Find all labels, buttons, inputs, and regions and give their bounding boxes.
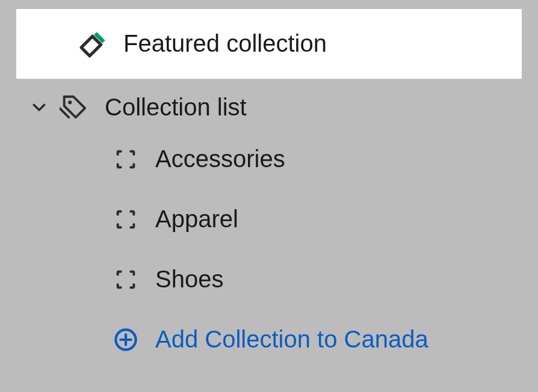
- tag-icon: [59, 93, 88, 121]
- block-icon: [113, 267, 138, 292]
- block-icon: [113, 207, 138, 232]
- collection-item-label: Apparel: [155, 206, 238, 233]
- featured-collection-row[interactable]: Featured collection: [16, 9, 522, 79]
- collection-item-label: Accessories: [155, 145, 285, 173]
- collection-item-label: Shoes: [155, 266, 223, 293]
- collection-item-shoes[interactable]: Shoes: [0, 266, 538, 326]
- collection-list-row[interactable]: Collection list: [0, 79, 538, 121]
- svg-point-0: [68, 100, 72, 104]
- plus-circle-icon: [113, 327, 138, 352]
- add-collection-row[interactable]: Add Collection to Canada: [0, 326, 538, 353]
- collection-list-children: Accessories Apparel Shoes Add Collection…: [0, 121, 538, 353]
- brush-icon: [76, 26, 111, 61]
- block-icon: [113, 147, 138, 172]
- collection-list-label: Collection list: [105, 94, 247, 121]
- collection-item-apparel[interactable]: Apparel: [0, 206, 538, 266]
- collection-item-accessories[interactable]: Accessories: [0, 145, 538, 206]
- featured-collection-label: Featured collection: [123, 30, 327, 57]
- chevron-down-icon[interactable]: [30, 98, 48, 116]
- add-collection-label: Add Collection to Canada: [155, 326, 428, 353]
